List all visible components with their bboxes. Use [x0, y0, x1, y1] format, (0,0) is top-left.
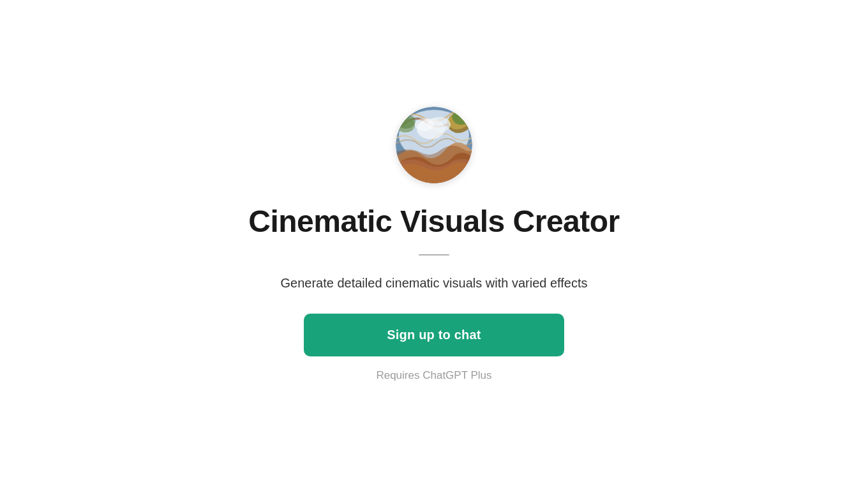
signup-button[interactable]: Sign up to chat	[304, 314, 564, 356]
title-divider	[419, 254, 449, 255]
requires-plus-label: Requires ChatGPT Plus	[376, 369, 491, 382]
app-title: Cinematic Visuals Creator	[248, 204, 620, 239]
svg-point-5	[415, 118, 434, 131]
app-avatar	[396, 107, 472, 183]
app-description: Generate detailed cinematic visuals with…	[281, 276, 588, 291]
page-container: Cinematic Visuals Creator Generate detai…	[0, 81, 868, 408]
